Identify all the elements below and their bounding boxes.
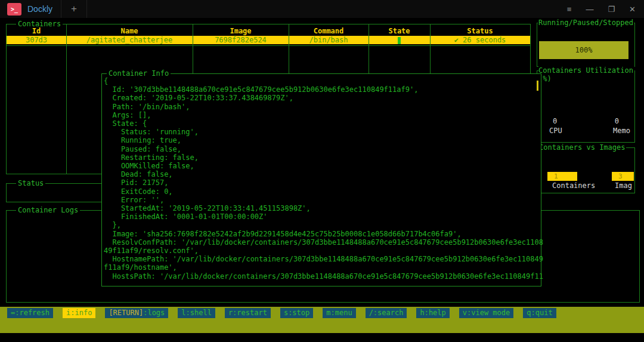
new-tab-button[interactable]: +: [61, 0, 87, 18]
bottom-strip: [0, 333, 644, 342]
container-row-selected[interactable]: 307d3/agitated_chatterjee7698f282e524/bi…: [7, 36, 530, 44]
cell-status: ✔ 26 seconds: [430, 36, 530, 44]
images-count-bar: 3: [612, 172, 634, 181]
cvi-panel-title: Containers vs Images: [538, 143, 626, 152]
containers-vs-images-panel: Containers vs Images 1 3 Containers Imag: [537, 147, 635, 193]
info-line: ResolvConfPath: '/var/lib/docker/contain…: [104, 238, 536, 247]
info-line: HostnamePath: '/var/lib/docker/container…: [104, 255, 536, 263]
info-line: f11af9/hostname',: [104, 263, 536, 272]
info-line: {: [104, 77, 536, 85]
info-line: Id: '307d3bbe1148488a670ce91e5c847679cee…: [104, 85, 536, 94]
column-header-id: Id: [7, 27, 66, 35]
cmd-help-button[interactable]: h:help: [416, 308, 449, 318]
info-line: ExitCode: 0,: [104, 187, 536, 196]
memory-value: 0: [615, 117, 619, 125]
column-header-state: State: [369, 27, 430, 35]
running-paused-stopped-panel: Running/Paused/Stopped 100%: [537, 23, 635, 67]
cmd-shell-button[interactable]: l:shell: [178, 308, 215, 318]
cmd-refresh-button[interactable]: =:refresh: [7, 308, 53, 318]
row-separator: [7, 45, 530, 46]
dockly-app: >_ Dockly + ≡ — ❐ ✕ Containers IdNameIma…: [0, 0, 644, 342]
utilization-panel-title: Containers Utilization (%): [538, 66, 634, 83]
cpu-label: CPU: [549, 127, 562, 135]
utilization-labels: CPU Memo: [537, 127, 634, 135]
tab-dockly[interactable]: >_ Dockly: [0, 0, 61, 18]
window-controls: ≡ — ❐ ✕: [567, 5, 644, 14]
utilization-panel: Containers Utilization (%) 0 0 CPU Memo: [537, 70, 635, 143]
cell-name: /agitated_chatterjee: [66, 36, 193, 44]
info-line: Args: [],: [104, 111, 536, 119]
containers-count-bar: 1: [547, 172, 577, 181]
cell-image: 7698f282e524: [193, 36, 289, 44]
info-line: Restarting: false,: [104, 153, 536, 162]
info-line: Pid: 21757,: [104, 178, 536, 187]
state-running-indicator: [398, 37, 401, 44]
column-separator: [66, 24, 67, 174]
column-header-image: Image: [193, 27, 289, 35]
info-line: Created: '2019-05-22T10:33:37.438469879Z…: [104, 94, 536, 102]
info-line: Path: '/bin/bash',: [104, 103, 536, 111]
container-info-json: { Id: '307d3bbe1148488a670ce91e5c847679c…: [104, 77, 536, 281]
cmd-quit-button[interactable]: q:quit: [523, 308, 556, 318]
status-panel-title: Status: [16, 179, 45, 187]
cpu-value: 0: [553, 117, 557, 125]
container-info-title: Container Info: [107, 69, 171, 78]
column-header-command: Command: [289, 27, 369, 35]
container-logs-panel-title: Container Logs: [16, 206, 80, 214]
info-line: Dead: false,: [104, 170, 536, 178]
cmd-view-mode-button[interactable]: v:view mode: [459, 308, 513, 318]
cmd-search-button[interactable]: /:search: [366, 308, 407, 318]
info-line: 49f11af9/resolv.conf',: [104, 247, 536, 255]
containers-bar-label: Containers: [552, 181, 595, 190]
scrollbar-thumb[interactable]: [537, 81, 538, 91]
info-line: Image: 'sha256:7698f282e5242af2b9d229145…: [104, 230, 536, 238]
cell-id: 307d3: [7, 36, 66, 44]
close-icon[interactable]: ✕: [629, 5, 636, 14]
column-header-name: Name: [66, 27, 193, 35]
cmd-logs-button[interactable]: [RETURN]:logs: [105, 308, 168, 318]
utilization-values: 0 0: [537, 117, 634, 125]
tab-title: Dockly: [27, 4, 52, 14]
terminal-icon: >_: [7, 3, 21, 16]
info-line: HostsPath: '/var/lib/docker/containers/3…: [104, 272, 536, 281]
command-bar: =:refreshi:info[RETURN]:logsl:shellr:res…: [0, 307, 644, 333]
info-line: StartedAt: '2019-05-22T10:33:41.45115389…: [104, 204, 536, 212]
menu-icon[interactable]: ≡: [567, 5, 572, 14]
info-line: Error: '',: [104, 196, 536, 204]
maximize-icon[interactable]: ❐: [608, 5, 615, 14]
cmd-menu-button[interactable]: m:menu: [323, 308, 355, 318]
images-bar-label: Imag: [615, 181, 632, 190]
cmd-stop-button[interactable]: s:stop: [280, 308, 313, 318]
cmd-accent-key: [RETURN]: [109, 309, 143, 317]
info-line: Running: true,: [104, 136, 536, 144]
info-line: Paused: false,: [104, 145, 536, 153]
rps-gauge-bar: 100%: [539, 41, 628, 59]
cell-command: /bin/bash: [289, 36, 369, 44]
cmd-restart-button[interactable]: r:restart: [225, 308, 271, 318]
cell-state: [369, 36, 430, 44]
rps-panel-title: Running/Paused/Stopped: [538, 19, 634, 27]
titlebar: >_ Dockly + ≡ — ❐ ✕: [0, 0, 644, 18]
info-line: FinishedAt: '0001-01-01T00:00:00Z': [104, 212, 536, 221]
container-info-popup: Container Info { Id: '307d3bbe1148488a67…: [101, 73, 541, 286]
info-line: OOMKilled: false,: [104, 162, 536, 170]
info-line: State: {: [104, 119, 536, 128]
column-header-status: Status: [430, 27, 530, 35]
minimize-icon[interactable]: —: [586, 5, 593, 14]
cmd-info-button[interactable]: i:info: [63, 308, 95, 318]
containers-table-header: IdNameImageCommandStateStatus: [7, 27, 530, 35]
info-line: Status: 'running',: [104, 128, 536, 136]
info-line: },: [104, 221, 536, 229]
memory-label: Memo: [613, 127, 630, 135]
